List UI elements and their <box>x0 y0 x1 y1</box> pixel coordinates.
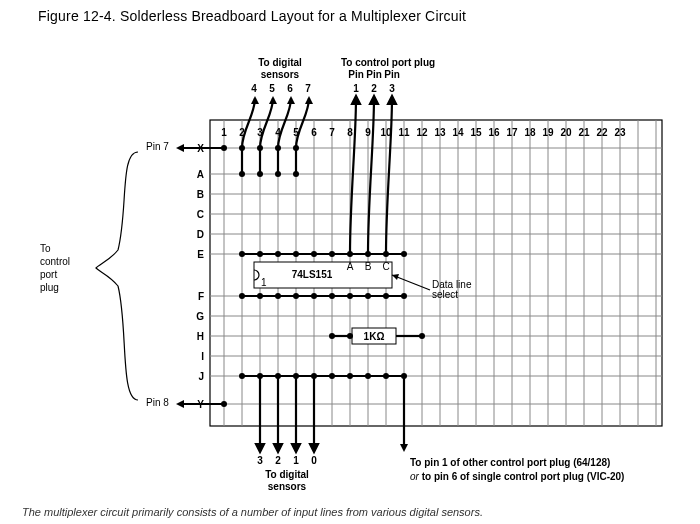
svg-text:13: 13 <box>434 127 446 138</box>
svg-point-87 <box>419 333 425 339</box>
row-letters: X A B C D E F G H I J Y <box>196 143 204 410</box>
svg-text:1: 1 <box>353 83 359 94</box>
svg-point-103 <box>257 145 263 151</box>
svg-point-125 <box>329 293 335 299</box>
svg-point-123 <box>293 293 299 299</box>
svg-point-119 <box>401 251 407 257</box>
svg-text:To digital: To digital <box>258 57 302 68</box>
pin7-label: Pin 7 <box>146 141 169 152</box>
svg-text:2: 2 <box>371 83 377 94</box>
svg-point-114 <box>311 251 317 257</box>
svg-point-102 <box>239 145 245 151</box>
svg-text:22: 22 <box>596 127 608 138</box>
svg-text:Pin: Pin <box>366 69 382 80</box>
left-brace <box>96 152 138 400</box>
svg-text:G: G <box>196 311 204 322</box>
top-labels: To digital sensors 4 5 6 7 To control po… <box>251 57 435 94</box>
svg-point-116 <box>347 251 353 257</box>
svg-marker-142 <box>176 144 184 152</box>
ic-74ls151: 74LS151 1 A B C Data line select <box>254 261 472 300</box>
svg-marker-99 <box>370 96 378 104</box>
svg-text:C: C <box>382 261 389 272</box>
svg-text:Pin: Pin <box>384 69 400 80</box>
svg-text:Pin: Pin <box>348 69 364 80</box>
pin8-label: Pin 8 <box>146 397 169 408</box>
svg-text:14: 14 <box>452 127 464 138</box>
svg-point-127 <box>365 293 371 299</box>
svg-marker-164 <box>292 444 300 452</box>
svg-text:7: 7 <box>329 127 335 138</box>
svg-text:1: 1 <box>293 455 299 466</box>
svg-point-121 <box>257 293 263 299</box>
svg-marker-96 <box>287 96 295 104</box>
brace-text-2: control <box>40 256 70 267</box>
svg-point-124 <box>311 293 317 299</box>
svg-marker-97 <box>305 96 313 104</box>
svg-text:16: 16 <box>488 127 500 138</box>
svg-point-106 <box>239 171 245 177</box>
svg-point-109 <box>293 171 299 177</box>
svg-point-136 <box>347 373 353 379</box>
brace-text-4: plug <box>40 282 59 293</box>
svg-text:19: 19 <box>542 127 554 138</box>
svg-text:20: 20 <box>560 127 572 138</box>
svg-text:D: D <box>197 229 204 240</box>
svg-text:17: 17 <box>506 127 518 138</box>
svg-point-137 <box>365 373 371 379</box>
svg-point-129 <box>401 293 407 299</box>
svg-point-118 <box>383 251 389 257</box>
svg-marker-95 <box>269 96 277 104</box>
svg-text:F: F <box>198 291 204 302</box>
svg-marker-83 <box>392 274 399 280</box>
brace-text-1: To <box>40 243 51 254</box>
svg-point-130 <box>239 373 245 379</box>
svg-text:7: 7 <box>305 83 311 94</box>
svg-point-115 <box>329 251 335 257</box>
svg-text:To control port plug: To control port plug <box>341 57 435 68</box>
svg-text:B: B <box>197 189 204 200</box>
svg-text:sensors: sensors <box>261 69 300 80</box>
svg-point-122 <box>275 293 281 299</box>
svg-text:3: 3 <box>389 83 395 94</box>
svg-text:1KΩ: 1KΩ <box>364 331 385 342</box>
svg-point-88 <box>329 333 335 339</box>
brace-text-3: port <box>40 269 57 280</box>
svg-point-108 <box>275 171 281 177</box>
svg-point-104 <box>275 145 281 151</box>
svg-text:1: 1 <box>221 127 227 138</box>
svg-point-105 <box>293 145 299 151</box>
data-line-select-label-2: select <box>432 289 458 300</box>
page: Figure 12-4. Solderless Breadboard Layou… <box>0 0 700 524</box>
svg-text:2: 2 <box>275 455 281 466</box>
svg-text:23: 23 <box>614 127 626 138</box>
svg-text:0: 0 <box>311 455 317 466</box>
figure-caption: The multiplexer circuit primarily consis… <box>22 506 483 518</box>
svg-text:21: 21 <box>578 127 590 138</box>
svg-text:3: 3 <box>257 455 263 466</box>
svg-point-117 <box>365 251 371 257</box>
svg-text:E: E <box>197 249 204 260</box>
breadboard-diagram: 1 2 3 4 5 6 7 8 9 10 11 12 13 14 15 16 1… <box>0 0 700 524</box>
svg-text:12: 12 <box>416 127 428 138</box>
svg-text:A: A <box>347 261 354 272</box>
svg-point-89 <box>347 333 353 339</box>
svg-text:11: 11 <box>398 127 410 138</box>
bottom-right-1: To pin 1 of other control port plug (64/… <box>410 457 610 468</box>
svg-text:I: I <box>201 351 204 362</box>
svg-point-135 <box>329 373 335 379</box>
svg-text:1: 1 <box>261 277 267 288</box>
svg-marker-94 <box>251 96 259 104</box>
svg-point-138 <box>383 373 389 379</box>
svg-text:15: 15 <box>470 127 482 138</box>
svg-point-126 <box>347 293 353 299</box>
svg-marker-163 <box>274 444 282 452</box>
svg-text:9: 9 <box>365 127 371 138</box>
svg-point-111 <box>257 251 263 257</box>
bottom-dig-1: To digital <box>265 469 309 480</box>
svg-text:J: J <box>198 371 204 382</box>
svg-marker-165 <box>310 444 318 452</box>
svg-text:C: C <box>197 209 204 220</box>
svg-marker-144 <box>176 400 184 408</box>
svg-text:5: 5 <box>269 83 275 94</box>
bottom-nums: 3 2 1 0 <box>257 455 317 466</box>
